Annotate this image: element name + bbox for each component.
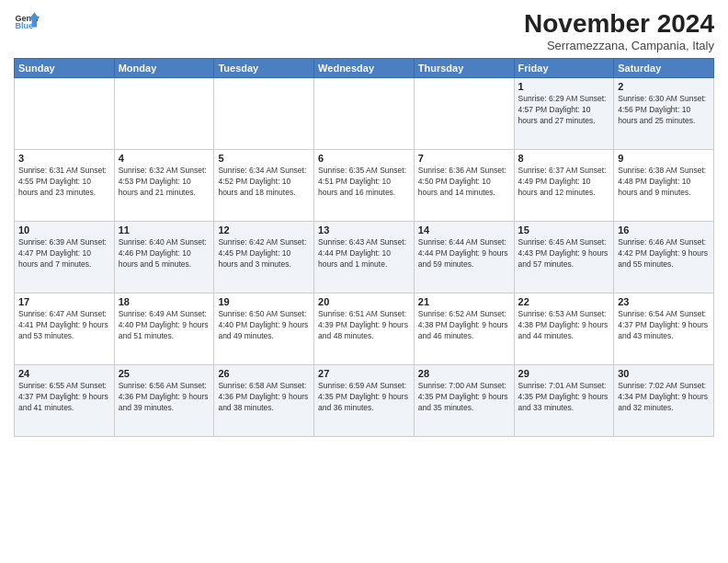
day-info: Sunrise: 6:32 AM Sunset: 4:53 PM Dayligh…: [119, 166, 210, 199]
day-info: Sunrise: 6:37 AM Sunset: 4:49 PM Dayligh…: [518, 166, 610, 199]
cell-week4-day1: 25Sunrise: 6:56 AM Sunset: 4:36 PM Dayli…: [114, 365, 214, 437]
day-number: 23: [618, 296, 710, 307]
day-info: Sunrise: 6:44 AM Sunset: 4:44 PM Dayligh…: [418, 237, 510, 270]
cell-week4-day3: 27Sunrise: 6:59 AM Sunset: 4:35 PM Dayli…: [314, 365, 415, 437]
cell-week1-day1: 4Sunrise: 6:32 AM Sunset: 4:53 PM Daylig…: [114, 150, 214, 222]
month-title: November 2024: [524, 9, 714, 39]
day-info: Sunrise: 7:02 AM Sunset: 4:34 PM Dayligh…: [618, 381, 710, 414]
day-info: Sunrise: 6:42 AM Sunset: 4:45 PM Dayligh…: [218, 237, 310, 270]
day-number: 10: [18, 224, 110, 236]
day-info: Sunrise: 6:50 AM Sunset: 4:40 PM Dayligh…: [218, 309, 310, 342]
day-number: 9: [618, 153, 710, 164]
day-info: Sunrise: 6:55 AM Sunset: 4:37 PM Dayligh…: [18, 381, 110, 414]
cell-week2-day2: 12Sunrise: 6:42 AM Sunset: 4:45 PM Dayli…: [214, 222, 314, 293]
cell-week1-day3: 6Sunrise: 6:35 AM Sunset: 4:51 PM Daylig…: [314, 150, 415, 222]
day-info: Sunrise: 6:51 AM Sunset: 4:39 PM Dayligh…: [318, 309, 410, 342]
day-number: 8: [518, 153, 610, 164]
day-number: 11: [119, 224, 210, 236]
logo-icon: General Blue: [14, 9, 40, 35]
day-info: Sunrise: 6:53 AM Sunset: 4:38 PM Dayligh…: [518, 309, 610, 342]
cell-week3-day5: 22Sunrise: 6:53 AM Sunset: 4:38 PM Dayli…: [514, 293, 614, 365]
cell-week4-day5: 29Sunrise: 7:01 AM Sunset: 4:35 PM Dayli…: [514, 365, 614, 437]
day-info: Sunrise: 6:34 AM Sunset: 4:52 PM Dayligh…: [218, 166, 310, 199]
subtitle: Serramezzana, Campania, Italy: [524, 39, 714, 52]
day-number: 14: [418, 224, 510, 236]
day-info: Sunrise: 6:38 AM Sunset: 4:48 PM Dayligh…: [618, 166, 710, 199]
cell-week1-day5: 8Sunrise: 6:37 AM Sunset: 4:49 PM Daylig…: [514, 150, 614, 222]
header-monday: Monday: [114, 59, 214, 78]
week-row-2: 10Sunrise: 6:39 AM Sunset: 4:47 PM Dayli…: [15, 222, 714, 293]
header-saturday: Saturday: [614, 59, 714, 78]
day-info: Sunrise: 7:00 AM Sunset: 4:35 PM Dayligh…: [418, 381, 510, 414]
day-number: 7: [418, 153, 510, 164]
cell-week2-day1: 11Sunrise: 6:40 AM Sunset: 4:46 PM Dayli…: [114, 222, 214, 293]
day-number: 18: [119, 296, 210, 307]
day-number: 15: [518, 224, 610, 236]
day-info: Sunrise: 6:56 AM Sunset: 4:36 PM Dayligh…: [119, 381, 210, 414]
header-wednesday: Wednesday: [314, 59, 415, 78]
day-number: 28: [418, 368, 510, 379]
day-info: Sunrise: 6:36 AM Sunset: 4:50 PM Dayligh…: [418, 166, 510, 199]
weekday-header-row: Sunday Monday Tuesday Wednesday Thursday…: [15, 59, 714, 78]
day-info: Sunrise: 6:59 AM Sunset: 4:35 PM Dayligh…: [318, 381, 410, 414]
day-number: 19: [218, 296, 310, 307]
day-info: Sunrise: 6:46 AM Sunset: 4:42 PM Dayligh…: [618, 237, 710, 270]
day-number: 2: [618, 81, 710, 92]
day-info: Sunrise: 6:45 AM Sunset: 4:43 PM Dayligh…: [518, 237, 610, 270]
cell-week0-day0: [15, 78, 115, 150]
cell-week0-day2: [214, 78, 314, 150]
day-number: 24: [18, 368, 110, 379]
cell-week0-day3: [314, 78, 415, 150]
cell-week4-day0: 24Sunrise: 6:55 AM Sunset: 4:37 PM Dayli…: [15, 365, 115, 437]
day-number: 17: [18, 296, 110, 307]
cell-week3-day1: 18Sunrise: 6:49 AM Sunset: 4:40 PM Dayli…: [114, 293, 214, 365]
cell-week3-day3: 20Sunrise: 6:51 AM Sunset: 4:39 PM Dayli…: [314, 293, 415, 365]
header: General Blue November 2024 Serramezzana,…: [14, 9, 714, 52]
day-number: 21: [418, 296, 510, 307]
logo: General Blue: [14, 9, 40, 35]
day-info: Sunrise: 6:30 AM Sunset: 4:56 PM Dayligh…: [618, 94, 710, 127]
week-row-1: 3Sunrise: 6:31 AM Sunset: 4:55 PM Daylig…: [15, 150, 714, 222]
header-sunday: Sunday: [15, 59, 115, 78]
week-row-3: 17Sunrise: 6:47 AM Sunset: 4:41 PM Dayli…: [15, 293, 714, 365]
cell-week2-day6: 16Sunrise: 6:46 AM Sunset: 4:42 PM Dayli…: [614, 222, 714, 293]
cell-week2-day4: 14Sunrise: 6:44 AM Sunset: 4:44 PM Dayli…: [414, 222, 514, 293]
day-number: 26: [218, 368, 310, 379]
cell-week3-day2: 19Sunrise: 6:50 AM Sunset: 4:40 PM Dayli…: [214, 293, 314, 365]
day-info: Sunrise: 6:40 AM Sunset: 4:46 PM Dayligh…: [119, 237, 210, 270]
cell-week0-day1: [114, 78, 214, 150]
cell-week3-day0: 17Sunrise: 6:47 AM Sunset: 4:41 PM Dayli…: [15, 293, 115, 365]
day-number: 4: [119, 153, 210, 164]
day-info: Sunrise: 6:52 AM Sunset: 4:38 PM Dayligh…: [418, 309, 510, 342]
header-tuesday: Tuesday: [214, 59, 314, 78]
day-info: Sunrise: 6:49 AM Sunset: 4:40 PM Dayligh…: [119, 309, 210, 342]
cell-week4-day2: 26Sunrise: 6:58 AM Sunset: 4:36 PM Dayli…: [214, 365, 314, 437]
cell-week0-day6: 2Sunrise: 6:30 AM Sunset: 4:56 PM Daylig…: [614, 78, 714, 150]
header-thursday: Thursday: [414, 59, 514, 78]
cell-week1-day4: 7Sunrise: 6:36 AM Sunset: 4:50 PM Daylig…: [414, 150, 514, 222]
cell-week3-day6: 23Sunrise: 6:54 AM Sunset: 4:37 PM Dayli…: [614, 293, 714, 365]
cell-week2-day5: 15Sunrise: 6:45 AM Sunset: 4:43 PM Dayli…: [514, 222, 614, 293]
day-number: 1: [518, 81, 610, 92]
page-container: General Blue November 2024 Serramezzana,…: [0, 0, 728, 446]
day-info: Sunrise: 6:29 AM Sunset: 4:57 PM Dayligh…: [518, 94, 610, 127]
cell-week4-day4: 28Sunrise: 7:00 AM Sunset: 4:35 PM Dayli…: [414, 365, 514, 437]
day-info: Sunrise: 6:58 AM Sunset: 4:36 PM Dayligh…: [218, 381, 310, 414]
header-friday: Friday: [514, 59, 614, 78]
cell-week1-day2: 5Sunrise: 6:34 AM Sunset: 4:52 PM Daylig…: [214, 150, 314, 222]
day-info: Sunrise: 6:43 AM Sunset: 4:44 PM Dayligh…: [318, 237, 410, 270]
day-info: Sunrise: 6:47 AM Sunset: 4:41 PM Dayligh…: [18, 309, 110, 342]
day-number: 27: [318, 368, 410, 379]
cell-week3-day4: 21Sunrise: 6:52 AM Sunset: 4:38 PM Dayli…: [414, 293, 514, 365]
calendar-body: 1Sunrise: 6:29 AM Sunset: 4:57 PM Daylig…: [15, 78, 714, 437]
day-number: 13: [318, 224, 410, 236]
cell-week2-day3: 13Sunrise: 6:43 AM Sunset: 4:44 PM Dayli…: [314, 222, 415, 293]
cell-week1-day0: 3Sunrise: 6:31 AM Sunset: 4:55 PM Daylig…: [15, 150, 115, 222]
day-info: Sunrise: 6:54 AM Sunset: 4:37 PM Dayligh…: [618, 309, 710, 342]
cell-week0-day4: [414, 78, 514, 150]
title-area: November 2024 Serramezzana, Campania, It…: [524, 9, 714, 52]
week-row-0: 1Sunrise: 6:29 AM Sunset: 4:57 PM Daylig…: [15, 78, 714, 150]
calendar-table: Sunday Monday Tuesday Wednesday Thursday…: [14, 58, 714, 437]
day-number: 5: [218, 153, 310, 164]
cell-week0-day5: 1Sunrise: 6:29 AM Sunset: 4:57 PM Daylig…: [514, 78, 614, 150]
